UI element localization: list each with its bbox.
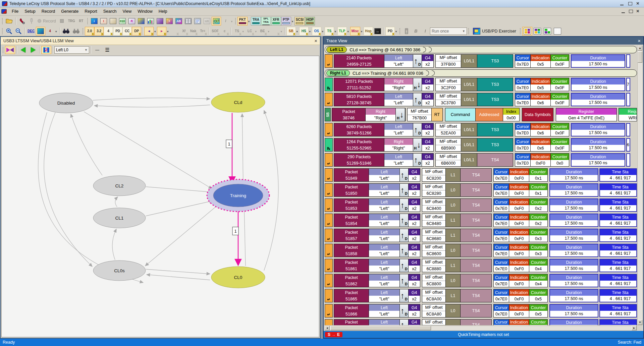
- ordered-set-cell[interactable]: TS4: [461, 274, 491, 287]
- cursor-cell[interactable]: Cursor0x7E0: [494, 304, 509, 317]
- bar-graphs-button[interactable]: [146, 17, 155, 25]
- link-cell[interactable]: L0: [446, 184, 461, 196]
- llsm-view-button[interactable]: [212, 17, 221, 25]
- ordered-set-cell[interactable]: TS3: [477, 138, 513, 151]
- ltssm-list-button[interactable]: ☰: [102, 46, 112, 54]
- counter-cell[interactable]: Counter0x4: [529, 259, 547, 272]
- row-expand-tab[interactable]: ↵: [325, 54, 333, 68]
- cursor-cell[interactable]: Cursor0x7E0: [494, 259, 509, 272]
- counter-cell[interactable]: Counter0x0F: [551, 78, 569, 91]
- counter-cell[interactable]: Counter0x1: [529, 184, 547, 196]
- packet-row[interactable]: ↵Packet51854Left"Left"↑DG4x2MF offset6C8…: [325, 214, 637, 227]
- spec-decode-button[interactable]: AB: [174, 17, 183, 25]
- row-expand-tab[interactable]: ↵: [325, 198, 333, 212]
- gen-cell[interactable]: G4x2: [409, 169, 420, 181]
- direction-arrow-icon[interactable]: ↑D: [400, 214, 409, 227]
- trace-horizontal-scrollbar[interactable]: ◄ ►: [324, 326, 637, 331]
- menu-setup[interactable]: Setup: [21, 8, 39, 15]
- duration-cell[interactable]: Duration17.500 ns: [550, 169, 598, 181]
- packet-row[interactable]: ↵Packet51862Left"Left"↑DG4x2MF offset6C8…: [325, 274, 637, 287]
- mf-offset-cell[interactable]: MF offset6C8A00: [422, 289, 446, 302]
- packet-cell[interactable]: 2140 Packets24959-27125: [334, 55, 384, 67]
- timestamp-cell[interactable]: Time Sta4 . 661 917: [600, 214, 637, 226]
- dropdown-icon[interactable]: ▼: [280, 30, 283, 34]
- ordered-set-cell[interactable]: TS4: [461, 320, 491, 325]
- duration-cell[interactable]: Duration17.500 ns: [550, 244, 598, 256]
- hide-cc-button[interactable]: CCx: [122, 27, 132, 36]
- grid-view-button[interactable]: [183, 17, 193, 25]
- indication-cell[interactable]: Indication0x6: [531, 93, 551, 106]
- traffic-summary-button[interactable]: [155, 17, 165, 25]
- gen-cell[interactable]: G4x2: [409, 259, 420, 272]
- duration-cell[interactable]: Duration17.500 ns: [550, 229, 598, 241]
- ltssm-close-icon[interactable]: ×: [314, 38, 317, 44]
- dropdown-icon[interactable]: ▼: [321, 30, 324, 34]
- mf-offset-cell[interactable]: MF offset6C8A80: [422, 304, 446, 317]
- mdi-minimize-icon[interactable]: [621, 9, 626, 13]
- zoom-out-button[interactable]: [14, 27, 23, 36]
- direction-cell[interactable]: Left"Left": [369, 169, 400, 181]
- indication-cell[interactable]: Indication0xF0: [509, 320, 529, 325]
- gen-cell[interactable]: G4x2: [422, 55, 433, 67]
- direction-arrow-icon[interactable]: ↑D: [413, 154, 422, 166]
- counter-cell[interactable]: Counter: [529, 320, 547, 325]
- direction-arrow-icon[interactable]: H↓: [413, 78, 422, 91]
- hide-hs-button[interactable]: HSx▼: [299, 27, 309, 36]
- quicktiming-badge[interactable]: S→E: [325, 332, 342, 337]
- packet-cell[interactable]: Packet51866: [334, 304, 369, 317]
- cursor-cell[interactable]: Cursor0x7E0: [515, 55, 531, 67]
- timestamp-cell[interactable]: Time Sta4 . 661 917: [600, 169, 637, 181]
- row-expand-tab[interactable]: ↵: [325, 153, 333, 167]
- mf-offset-cell[interactable]: MF offset767B00: [408, 108, 432, 121]
- direction-cell[interactable]: Left"Left": [384, 123, 413, 136]
- dropdown-icon[interactable]: ▼: [296, 30, 299, 34]
- hscroll-thumb[interactable]: [330, 326, 431, 330]
- ordered-set-cell[interactable]: TS4: [461, 304, 491, 317]
- direction-arrow-icon[interactable]: ↑D: [400, 244, 409, 257]
- mf-offset-cell[interactable]: MF offset3C3780: [436, 93, 461, 106]
- trace-info-button[interactable]: i: [90, 17, 99, 25]
- indication-cell[interactable]: Indication0xF0: [509, 184, 529, 196]
- link-cell[interactable]: L0/L1: [461, 55, 477, 67]
- hide-pd2-button[interactable]: PDx▼: [385, 27, 395, 36]
- row-expand-tab[interactable]: ↵: [325, 304, 333, 318]
- pkt-level-button[interactable]: PKT▼: [237, 17, 248, 25]
- ordered-set-cell[interactable]: TS3: [477, 78, 513, 91]
- duration-cell[interactable]: Duration17.500 ns: [550, 320, 598, 325]
- cursor-cell[interactable]: Cursor0x7E0: [494, 214, 509, 227]
- recording-options-button[interactable]: [17, 17, 27, 25]
- layout-split-button[interactable]: [532, 27, 542, 36]
- decode-button[interactable]: DEC: [26, 27, 36, 36]
- dropdown-icon[interactable]: ▼: [230, 20, 233, 23]
- gen-cell[interactable]: G4x2: [422, 78, 433, 91]
- direction-arrow-icon[interactable]: ↑D: [400, 169, 409, 181]
- duration-cell[interactable]: Duration17.500 ns: [550, 214, 598, 226]
- command-cell[interactable]: Command: [445, 108, 476, 121]
- row-expand-tab[interactable]: ↵: [325, 214, 333, 227]
- link-cell[interactable]: L1: [446, 289, 461, 302]
- cursor-cell[interactable]: Cursor0x7E0: [515, 138, 531, 151]
- cursor-cell[interactable]: Cursor0x7E0: [494, 199, 509, 212]
- direction-cell[interactable]: Right"Right": [384, 78, 413, 91]
- direction-cell[interactable]: Left"Left": [369, 244, 400, 257]
- direction-cell[interactable]: Left"Left": [384, 154, 413, 166]
- duration-cell[interactable]: Duration17.500 ns: [550, 199, 598, 211]
- packet-cell[interactable]: Packet51857: [334, 229, 369, 242]
- packet-row[interactable]: ↵Packet51858Left"Left"↑DG4x2MF offset6C8…: [325, 244, 637, 257]
- menu-help[interactable]: Help: [156, 8, 170, 15]
- indication-cell[interactable]: Indication0x5: [531, 78, 551, 91]
- direction-arrow-icon[interactable]: ↑D: [400, 304, 409, 317]
- link-cell[interactable]: L0/L1: [461, 123, 477, 136]
- layout-packet-button[interactable]: [522, 27, 532, 36]
- hop-level-button[interactable]: HOP: [305, 17, 315, 25]
- packet-cell[interactable]: 6260 Packets38749-51266: [334, 123, 384, 136]
- link-cell[interactable]: L0: [446, 244, 461, 257]
- duration-cell[interactable]: Duration17.500 ns: [550, 184, 598, 196]
- counter-cell[interactable]: Counter0x0: [551, 154, 569, 166]
- timestamp-cell[interactable]: Time Sta4 . 661 917: [600, 199, 637, 211]
- counter-cell[interactable]: Counter0x2: [529, 199, 547, 212]
- hide-32-button[interactable]: 3.2x: [94, 27, 104, 36]
- packet-group-row[interactable]: ↵290 Packets51269-51846Left"Left"↑DG4x2M…: [325, 153, 637, 167]
- gen-cell[interactable]: G4x2: [422, 138, 433, 151]
- hide-ts4-button[interactable]: TSx▼: [325, 27, 334, 36]
